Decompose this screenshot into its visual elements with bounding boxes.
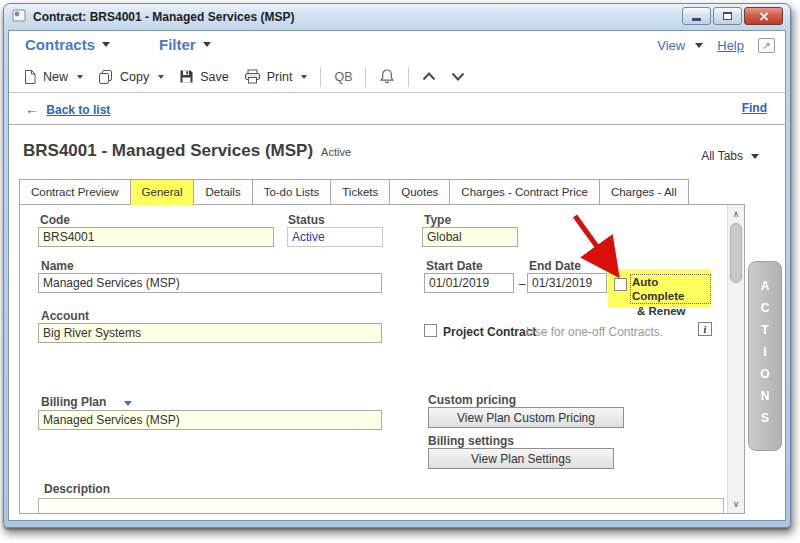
menubar: Contracts Filter View Help ↗ bbox=[9, 31, 785, 61]
auto-complete-renew-highlight: Auto Complete & Renew bbox=[608, 269, 711, 308]
find-link[interactable]: Find bbox=[742, 101, 767, 115]
toolbar: New Copy Save Print bbox=[9, 61, 785, 93]
save-button-label: Save bbox=[200, 70, 229, 84]
notifications-button[interactable] bbox=[377, 65, 397, 88]
tab-contract-preview[interactable]: Contract Preview bbox=[19, 179, 131, 205]
auto-complete-renew-checkbox[interactable] bbox=[614, 278, 627, 291]
toolbar-separator bbox=[320, 67, 321, 87]
project-contract-hint: Use for one-off Contracts. bbox=[526, 325, 663, 339]
actions-side-tab[interactable]: ACTIONS bbox=[748, 261, 782, 451]
tab-charges-all[interactable]: Charges - All bbox=[599, 179, 689, 205]
close-icon bbox=[759, 12, 769, 21]
tab-tickets[interactable]: Tickets bbox=[330, 179, 390, 205]
quickbooks-button[interactable]: QB bbox=[332, 67, 354, 87]
page-title-row: BRS4001 - Managed Services (MSP) Active bbox=[23, 141, 351, 161]
tab-quotes[interactable]: Quotes bbox=[389, 179, 450, 205]
save-button[interactable]: Save bbox=[177, 66, 231, 87]
panel-scrollbar[interactable]: ∧ ∨ bbox=[727, 205, 744, 513]
scrollbar-thumb[interactable] bbox=[730, 223, 742, 283]
chevron-down-icon bbox=[203, 42, 211, 47]
page-title: BRS4001 - Managed Services (MSP) bbox=[23, 141, 313, 161]
new-button[interactable]: New bbox=[21, 66, 85, 88]
next-record-button[interactable] bbox=[449, 69, 467, 84]
code-label: Code bbox=[40, 213, 70, 227]
description-field[interactable] bbox=[38, 498, 724, 514]
chevron-down-icon bbox=[751, 154, 759, 159]
tab-todo-lists[interactable]: To-do Lists bbox=[252, 179, 332, 205]
all-tabs-menu[interactable]: All Tabs bbox=[701, 149, 759, 163]
new-page-icon bbox=[23, 69, 37, 85]
scroll-down-icon[interactable]: ∨ bbox=[728, 496, 744, 512]
minimize-button[interactable] bbox=[682, 7, 711, 25]
end-date-label: End Date bbox=[529, 259, 581, 273]
copy-icon bbox=[98, 69, 114, 85]
all-tabs-label: All Tabs bbox=[701, 149, 743, 163]
previous-record-button[interactable] bbox=[420, 69, 438, 84]
chevron-down-icon bbox=[451, 72, 465, 81]
contracts-menu-label: Contracts bbox=[25, 36, 95, 53]
tab-charges-contract-price[interactable]: Charges - Contract Price bbox=[449, 179, 600, 205]
chevron-down-icon bbox=[77, 75, 83, 79]
back-arrow-icon: ← bbox=[25, 101, 39, 117]
contract-window: Contract: BRS4001 - Managed Services (MS… bbox=[3, 3, 791, 528]
custom-pricing-label: Custom pricing bbox=[428, 393, 516, 407]
tab-general[interactable]: General bbox=[130, 179, 195, 205]
billing-plan-field[interactable] bbox=[38, 410, 382, 430]
popout-icon[interactable]: ↗ bbox=[758, 38, 775, 53]
back-to-list-label: Back to list bbox=[46, 103, 110, 117]
description-label: Description bbox=[44, 482, 110, 496]
filter-menu[interactable]: Filter bbox=[159, 36, 211, 53]
filter-menu-label: Filter bbox=[159, 36, 196, 53]
project-contract-label[interactable]: Project Contract bbox=[443, 325, 536, 339]
chevron-down-icon bbox=[102, 42, 110, 47]
maximize-icon bbox=[723, 12, 732, 20]
window-body: Contracts Filter View Help ↗ bbox=[8, 30, 786, 521]
back-to-list-link[interactable]: ← Back to list bbox=[25, 101, 110, 117]
titlebar[interactable]: Contract: BRS4001 - Managed Services (MS… bbox=[4, 4, 790, 29]
name-field[interactable] bbox=[38, 273, 382, 293]
tab-bar: Contract Preview General Details To-do L… bbox=[19, 179, 688, 205]
bell-icon bbox=[379, 68, 395, 85]
chevron-down-icon bbox=[301, 75, 307, 79]
actions-side-tab-label: ACTIONS bbox=[758, 279, 772, 433]
new-button-label: New bbox=[43, 70, 68, 84]
status-field[interactable] bbox=[287, 227, 383, 247]
view-menu-label: View bbox=[657, 38, 685, 53]
account-field[interactable] bbox=[38, 323, 382, 343]
type-field[interactable] bbox=[422, 227, 518, 247]
window-title: Contract: BRS4001 - Managed Services (MS… bbox=[33, 10, 294, 24]
window-controls bbox=[682, 7, 783, 25]
maximize-button[interactable] bbox=[713, 7, 742, 25]
copy-button[interactable]: Copy bbox=[96, 66, 166, 88]
contracts-menu[interactable]: Contracts bbox=[25, 36, 110, 53]
start-date-label: Start Date bbox=[426, 259, 483, 273]
code-field[interactable] bbox=[38, 227, 274, 247]
save-icon bbox=[179, 69, 194, 84]
status-label: Status bbox=[288, 213, 325, 227]
start-date-field[interactable] bbox=[424, 273, 514, 293]
view-plan-settings-button[interactable]: View Plan Settings bbox=[428, 448, 614, 469]
chevron-down-icon bbox=[695, 43, 703, 48]
close-button[interactable] bbox=[744, 7, 783, 25]
view-menu[interactable]: View bbox=[657, 38, 703, 53]
type-label: Type bbox=[424, 213, 451, 227]
copy-button-label: Copy bbox=[120, 70, 149, 84]
auto-complete-renew-label[interactable]: Auto Complete & Renew bbox=[630, 274, 711, 318]
toolbar-separator bbox=[408, 67, 409, 87]
view-plan-custom-pricing-button[interactable]: View Plan Custom Pricing bbox=[428, 407, 624, 428]
billing-settings-label: Billing settings bbox=[428, 434, 514, 448]
info-icon[interactable]: i bbox=[698, 322, 712, 336]
printer-icon bbox=[244, 69, 261, 84]
billing-plan-label: Billing Plan bbox=[41, 395, 132, 409]
chevron-up-icon bbox=[422, 72, 436, 81]
end-date-field[interactable] bbox=[527, 273, 607, 293]
app-icon bbox=[12, 8, 27, 26]
print-button[interactable]: Print bbox=[242, 66, 310, 87]
help-link[interactable]: Help bbox=[717, 38, 744, 53]
scroll-up-icon[interactable]: ∧ bbox=[728, 206, 744, 222]
name-label: Name bbox=[41, 259, 74, 273]
project-contract-checkbox[interactable] bbox=[424, 324, 437, 337]
navbar: ← Back to list Find bbox=[9, 93, 785, 125]
tab-details[interactable]: Details bbox=[193, 179, 252, 205]
chevron-down-icon[interactable] bbox=[124, 401, 132, 406]
